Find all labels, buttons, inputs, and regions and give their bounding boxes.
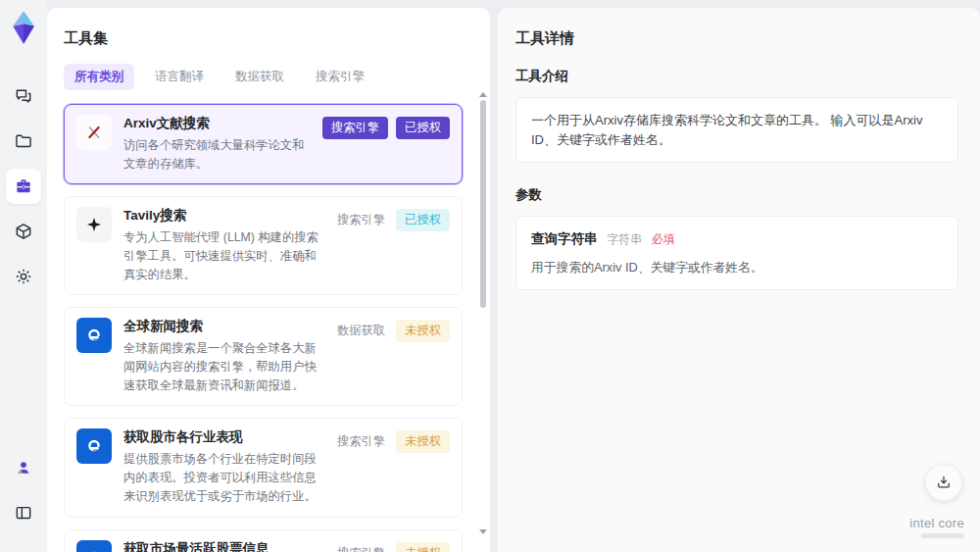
tab-data-acquisition[interactable]: 数据获取 — [224, 64, 295, 90]
news-service-logo-icon — [76, 318, 112, 353]
param-type: 字符串 — [607, 232, 642, 246]
finance-service-logo-icon — [76, 540, 112, 552]
auth-status-badge: 已授权 — [396, 117, 450, 139]
auth-status-badge: 未授权 — [396, 320, 450, 342]
tab-language-translation[interactable]: 语言翻译 — [144, 64, 215, 90]
tool-name: Tavily搜索 — [123, 207, 322, 225]
auth-status-badge: 未授权 — [396, 542, 450, 552]
tool-detail-panel: 工具详情 工具介绍 一个用于从Arxiv存储库搜索科学论文和文章的工具。 输入可… — [498, 8, 980, 552]
download-icon — [935, 474, 953, 491]
tool-name: 全球新闻搜索 — [123, 318, 322, 335]
tool-card-active-stocks[interactable]: 获取市场最活跃股票信息 提供当天交易量最高的股票列表，投资者可以利用这些信息来识… — [64, 529, 463, 552]
main-area: 工具集 所有类别 语言翻译 数据获取 搜索引擎 A — [47, 0, 980, 552]
finance-service-logo-icon — [76, 428, 112, 464]
sidebar-item-packages[interactable] — [6, 214, 41, 249]
sidebar — [0, 0, 47, 552]
param-card: 查询字符串 字符串 必填 用于搜索的Arxiv ID、关键字或作者姓名。 — [515, 216, 958, 290]
sidebar-item-files[interactable] — [6, 124, 41, 159]
tool-card-global-news[interactable]: 全球新闻搜索 全球新闻搜索是一个聚合全球各大新闻网站内容的搜索引擎，帮助用户快速… — [64, 307, 463, 406]
tool-name: Arxiv文献搜索 — [123, 115, 311, 132]
intro-card: 一个用于从Arxiv存储库搜索科学论文和文章的工具。 输入可以是Arxiv ID… — [515, 97, 958, 163]
params-heading: 参数 — [515, 186, 958, 204]
param-name: 查询字符串 — [531, 231, 598, 246]
tool-list: Arxiv文献搜索 访问各个研究领域大量科学论文和文章的存储库。 搜索引擎 已授… — [64, 104, 476, 552]
intro-heading: 工具介绍 — [515, 68, 958, 85]
sidebar-item-chat[interactable] — [6, 78, 41, 114]
scrollbar-up-arrow-icon[interactable] — [479, 92, 487, 97]
app-window: 工具集 所有类别 语言翻译 数据获取 搜索引擎 A — [0, 0, 980, 552]
briefcase-icon — [14, 176, 33, 196]
intel-core-logo: intel core — [909, 516, 964, 538]
chat-icon — [14, 86, 33, 106]
tab-search-engine[interactable]: 搜索引擎 — [305, 64, 375, 90]
gear-icon — [14, 267, 33, 286]
list-scrollbar[interactable] — [479, 92, 487, 552]
cube-icon — [14, 222, 33, 241]
auth-status-badge: 已授权 — [396, 209, 450, 231]
folder-icon — [14, 131, 33, 151]
sidebar-item-settings[interactable] — [6, 259, 41, 294]
tool-card-tavily[interactable]: Tavily搜索 专为人工智能代理 (LLM) 构建的搜索引擎工具。可快速提供实… — [64, 196, 463, 295]
tool-card-arxiv[interactable]: Arxiv文献搜索 访问各个研究领域大量科学论文和文章的存储库。 搜索引擎 已授… — [64, 104, 463, 184]
arxiv-logo-icon — [76, 115, 112, 150]
panel-collapse-icon — [14, 503, 33, 523]
tool-description: 提供股票市场各个行业在特定时间段内的表现。投资者可以利用这些信息来识别表现优于或… — [123, 450, 322, 506]
category-badge: 搜索引擎 — [322, 117, 388, 139]
category-badge: 搜索引擎 — [334, 542, 388, 552]
sidebar-item-profile[interactable] — [6, 450, 41, 485]
brand-text: intel core — [909, 516, 964, 530]
category-badge: 搜索引擎 — [334, 430, 388, 453]
tool-name: 获取市场最活跃股票信息 — [123, 540, 322, 552]
sidebar-collapse-button[interactable] — [6, 495, 41, 530]
download-button[interactable] — [925, 464, 962, 501]
category-tabs: 所有类别 语言翻译 数据获取 搜索引擎 — [64, 64, 476, 90]
tavily-logo-icon — [76, 207, 112, 242]
tool-card-stock-sectors[interactable]: 获取股市各行业表现 提供股票市场各个行业在特定时间段内的表现。投资者可以利用这些… — [64, 418, 463, 517]
tool-name: 获取股市各行业表现 — [123, 428, 322, 446]
scrollbar-down-arrow-icon[interactable] — [479, 529, 487, 534]
tool-description: 专为人工智能代理 (LLM) 构建的搜索引擎工具。可快速提供实时、准确和真实的结… — [123, 228, 322, 284]
intro-text: 一个用于从Arxiv存储库搜索科学论文和文章的工具。 输入可以是Arxiv ID… — [531, 113, 922, 147]
category-badge: 数据获取 — [334, 320, 388, 342]
auth-status-badge: 未授权 — [396, 430, 450, 453]
brand-subline — [921, 533, 964, 538]
user-avatar-icon — [14, 458, 33, 477]
category-badge: 搜索引擎 — [334, 209, 388, 231]
scrollbar-thumb[interactable] — [480, 100, 486, 308]
sidebar-item-tools[interactable] — [6, 169, 41, 204]
param-required-badge: 必填 — [652, 232, 675, 246]
tool-description: 访问各个研究领域大量科学论文和文章的存储库。 — [123, 136, 311, 174]
tool-description: 全球新闻搜索是一个聚合全球各大新闻网站内容的搜索引擎，帮助用户快速获取全球最新资… — [123, 339, 322, 395]
detail-title: 工具详情 — [515, 29, 958, 48]
tab-all-categories[interactable]: 所有类别 — [64, 64, 134, 90]
app-logo-icon — [9, 10, 38, 45]
page-title: 工具集 — [64, 29, 476, 48]
toolset-panel: 工具集 所有类别 语言翻译 数据获取 搜索引擎 A — [47, 8, 490, 552]
param-description: 用于搜索的Arxiv ID、关键字或作者姓名。 — [531, 258, 943, 276]
